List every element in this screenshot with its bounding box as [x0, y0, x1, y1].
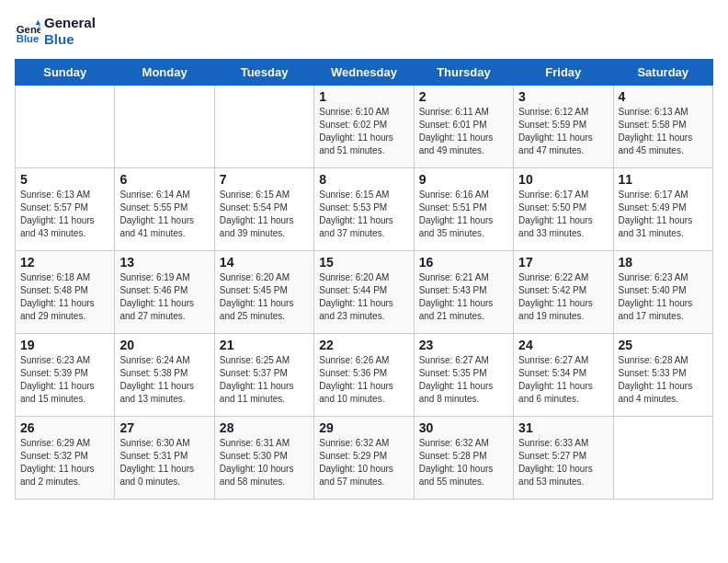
day-number: 19 [20, 338, 109, 352]
day-cell: 11Sunrise: 6:17 AM Sunset: 5:49 PM Dayli… [613, 168, 712, 251]
day-cell: 7Sunrise: 6:15 AM Sunset: 5:54 PM Daylig… [214, 168, 313, 251]
day-info: Sunrise: 6:25 AM Sunset: 5:37 PM Dayligh… [220, 354, 309, 406]
day-number: 29 [319, 420, 408, 435]
day-number: 3 [518, 89, 608, 104]
day-info: Sunrise: 6:17 AM Sunset: 5:49 PM Dayligh… [619, 189, 708, 240]
day-cell: 26Sunrise: 6:29 AM Sunset: 5:32 PM Dayli… [16, 417, 115, 500]
day-cell: 17Sunrise: 6:22 AM Sunset: 5:42 PM Dayli… [514, 251, 613, 334]
day-number: 13 [119, 255, 209, 270]
day-info: Sunrise: 6:32 AM Sunset: 5:29 PM Dayligh… [319, 437, 408, 488]
day-cell: 23Sunrise: 6:27 AM Sunset: 5:35 PM Dayli… [414, 334, 513, 417]
day-number: 2 [419, 89, 508, 104]
calendar-body: 1Sunrise: 6:10 AM Sunset: 6:02 PM Daylig… [16, 86, 713, 500]
day-number: 27 [119, 420, 209, 435]
day-info: Sunrise: 6:15 AM Sunset: 5:54 PM Dayligh… [220, 189, 309, 240]
day-number: 17 [518, 255, 608, 270]
logo-blue: Blue [44, 31, 96, 48]
day-info: Sunrise: 6:15 AM Sunset: 5:53 PM Dayligh… [319, 189, 408, 240]
week-row-2: 5Sunrise: 6:13 AM Sunset: 5:57 PM Daylig… [16, 168, 713, 251]
day-info: Sunrise: 6:29 AM Sunset: 5:32 PM Dayligh… [20, 437, 109, 488]
logo-icon: General Blue [15, 18, 40, 44]
day-cell: 14Sunrise: 6:20 AM Sunset: 5:45 PM Dayli… [214, 251, 313, 334]
day-cell: 30Sunrise: 6:32 AM Sunset: 5:28 PM Dayli… [414, 417, 513, 500]
day-info: Sunrise: 6:10 AM Sunset: 6:02 PM Dayligh… [319, 106, 408, 157]
day-number: 5 [20, 172, 109, 187]
day-info: Sunrise: 6:11 AM Sunset: 6:01 PM Dayligh… [419, 106, 508, 157]
day-cell: 3Sunrise: 6:12 AM Sunset: 5:59 PM Daylig… [514, 86, 613, 168]
day-cell: 19Sunrise: 6:23 AM Sunset: 5:39 PM Dayli… [16, 334, 115, 417]
day-cell: 27Sunrise: 6:30 AM Sunset: 5:31 PM Dayli… [115, 417, 214, 500]
header-wednesday: Wednesday [314, 60, 414, 86]
day-number: 9 [419, 172, 508, 187]
day-number: 20 [119, 338, 209, 352]
day-info: Sunrise: 6:28 AM Sunset: 5:33 PM Dayligh… [619, 354, 708, 406]
day-info: Sunrise: 6:20 AM Sunset: 5:45 PM Dayligh… [220, 271, 309, 323]
day-info: Sunrise: 6:14 AM Sunset: 5:55 PM Dayligh… [119, 189, 209, 240]
day-number: 22 [319, 338, 408, 352]
day-cell: 16Sunrise: 6:21 AM Sunset: 5:43 PM Dayli… [414, 251, 513, 334]
day-number: 14 [220, 255, 309, 270]
day-info: Sunrise: 6:17 AM Sunset: 5:50 PM Dayligh… [518, 189, 608, 240]
day-info: Sunrise: 6:30 AM Sunset: 5:31 PM Dayligh… [119, 437, 209, 488]
day-number: 7 [220, 172, 309, 187]
day-number: 23 [419, 338, 508, 352]
day-cell: 22Sunrise: 6:26 AM Sunset: 5:36 PM Dayli… [314, 334, 414, 417]
day-number: 11 [619, 172, 708, 187]
day-cell: 28Sunrise: 6:31 AM Sunset: 5:30 PM Dayli… [214, 417, 313, 500]
day-info: Sunrise: 6:27 AM Sunset: 5:35 PM Dayligh… [419, 354, 508, 406]
day-cell: 18Sunrise: 6:23 AM Sunset: 5:40 PM Dayli… [613, 251, 712, 334]
header-sunday: Sunday [16, 60, 115, 86]
day-info: Sunrise: 6:21 AM Sunset: 5:43 PM Dayligh… [419, 271, 508, 323]
day-cell: 20Sunrise: 6:24 AM Sunset: 5:38 PM Dayli… [115, 334, 214, 417]
day-info: Sunrise: 6:27 AM Sunset: 5:34 PM Dayligh… [518, 354, 608, 406]
day-info: Sunrise: 6:22 AM Sunset: 5:42 PM Dayligh… [518, 271, 608, 323]
day-cell: 13Sunrise: 6:19 AM Sunset: 5:46 PM Dayli… [115, 251, 214, 334]
calendar-header: SundayMondayTuesdayWednesdayThursdayFrid… [16, 60, 713, 86]
day-info: Sunrise: 6:32 AM Sunset: 5:28 PM Dayligh… [419, 437, 508, 488]
day-info: Sunrise: 6:31 AM Sunset: 5:30 PM Dayligh… [220, 437, 309, 488]
day-cell [613, 417, 712, 500]
day-number: 28 [220, 420, 309, 435]
day-number: 24 [518, 338, 608, 352]
day-info: Sunrise: 6:19 AM Sunset: 5:46 PM Dayligh… [119, 271, 209, 323]
calendar-table: SundayMondayTuesdayWednesdayThursdayFrid… [15, 59, 713, 500]
day-info: Sunrise: 6:13 AM Sunset: 5:57 PM Dayligh… [20, 189, 109, 240]
day-info: Sunrise: 6:13 AM Sunset: 5:58 PM Dayligh… [619, 106, 708, 157]
day-number: 6 [119, 172, 209, 187]
day-number: 4 [619, 89, 708, 104]
day-number: 30 [419, 420, 508, 435]
day-cell: 4Sunrise: 6:13 AM Sunset: 5:58 PM Daylig… [613, 86, 712, 168]
day-info: Sunrise: 6:24 AM Sunset: 5:38 PM Dayligh… [119, 354, 209, 406]
day-cell: 10Sunrise: 6:17 AM Sunset: 5:50 PM Dayli… [514, 168, 613, 251]
week-row-5: 26Sunrise: 6:29 AM Sunset: 5:32 PM Dayli… [16, 417, 713, 500]
day-cell: 25Sunrise: 6:28 AM Sunset: 5:33 PM Dayli… [613, 334, 712, 417]
header-monday: Monday [115, 60, 214, 86]
day-number: 31 [518, 420, 608, 435]
header-row: SundayMondayTuesdayWednesdayThursdayFrid… [16, 60, 713, 86]
day-cell: 1Sunrise: 6:10 AM Sunset: 6:02 PM Daylig… [314, 86, 414, 168]
day-cell: 24Sunrise: 6:27 AM Sunset: 5:34 PM Dayli… [514, 334, 613, 417]
logo-general: General [44, 15, 96, 31]
day-info: Sunrise: 6:12 AM Sunset: 5:59 PM Dayligh… [518, 106, 608, 157]
day-cell: 5Sunrise: 6:13 AM Sunset: 5:57 PM Daylig… [16, 168, 115, 251]
svg-text:Blue: Blue [17, 33, 40, 44]
day-cell: 15Sunrise: 6:20 AM Sunset: 5:44 PM Dayli… [314, 251, 414, 334]
day-number: 16 [419, 255, 508, 270]
week-row-3: 12Sunrise: 6:18 AM Sunset: 5:48 PM Dayli… [16, 251, 713, 334]
header-saturday: Saturday [613, 60, 712, 86]
day-cell [214, 86, 313, 168]
header-friday: Friday [514, 60, 613, 86]
day-cell: 2Sunrise: 6:11 AM Sunset: 6:01 PM Daylig… [414, 86, 513, 168]
day-cell: 21Sunrise: 6:25 AM Sunset: 5:37 PM Dayli… [214, 334, 313, 417]
day-number: 26 [20, 420, 109, 435]
day-cell [115, 86, 214, 168]
week-row-1: 1Sunrise: 6:10 AM Sunset: 6:02 PM Daylig… [16, 86, 713, 168]
day-info: Sunrise: 6:23 AM Sunset: 5:40 PM Dayligh… [619, 271, 708, 323]
day-info: Sunrise: 6:20 AM Sunset: 5:44 PM Dayligh… [319, 271, 408, 323]
day-info: Sunrise: 6:33 AM Sunset: 5:27 PM Dayligh… [518, 437, 608, 488]
header-thursday: Thursday [414, 60, 513, 86]
day-number: 12 [20, 255, 109, 270]
day-number: 8 [319, 172, 408, 187]
day-info: Sunrise: 6:26 AM Sunset: 5:36 PM Dayligh… [319, 354, 408, 406]
day-cell: 31Sunrise: 6:33 AM Sunset: 5:27 PM Dayli… [514, 417, 613, 500]
